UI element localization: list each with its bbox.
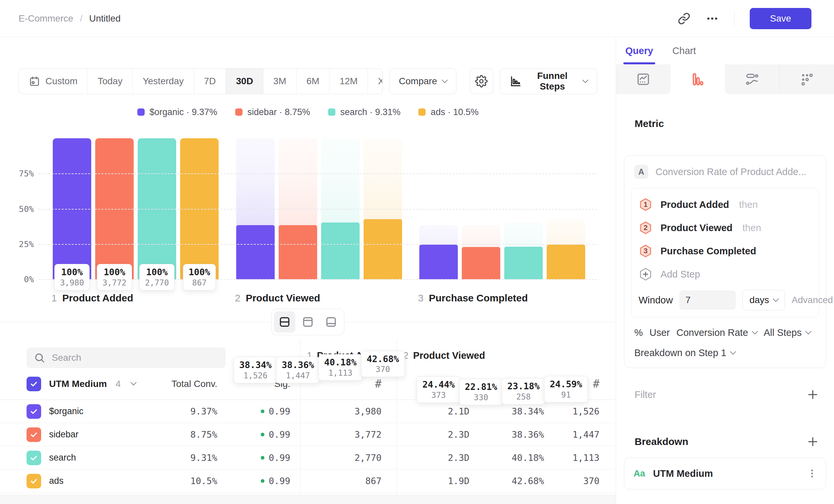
- legend-sidebar[interactable]: sidebar · 8.75%: [235, 107, 310, 117]
- counting-entity[interactable]: User: [650, 327, 670, 338]
- tab-retention[interactable]: [779, 64, 834, 94]
- chevron-down-icon: [773, 296, 779, 302]
- chevron-down-icon: [806, 328, 811, 334]
- step2-conv-rate: 42.68%: [478, 476, 552, 486]
- table-footer-strip: [0, 495, 616, 504]
- significance-value: 0.99: [269, 476, 290, 486]
- row-checkbox[interactable]: [26, 451, 41, 465]
- tab-insights[interactable]: [616, 64, 671, 94]
- chart-type-selector[interactable]: Funnel Steps: [500, 68, 597, 94]
- col-total-conv[interactable]: Total Conv.: [156, 379, 217, 389]
- y-axis-tick: 25%: [19, 239, 34, 249]
- total-conv-value: 9.31%: [156, 453, 217, 463]
- query-step-3[interactable]: 3Purchase Completed: [639, 239, 811, 262]
- range-12m[interactable]: 12M: [330, 69, 368, 94]
- row-label: sidebar: [49, 429, 79, 440]
- steps-scope-dropdown[interactable]: All Steps: [764, 327, 810, 338]
- range-3m[interactable]: 3M: [263, 69, 297, 94]
- total-conv-value: 10.5%: [156, 476, 217, 486]
- breakdown-item[interactable]: Aa UTM Medium: [624, 458, 826, 489]
- step-axis-label-1: 1Product Added: [51, 293, 133, 304]
- breadcrumb-project[interactable]: E-Commerce: [19, 13, 73, 24]
- range-today[interactable]: Today: [88, 69, 133, 94]
- legend-organic[interactable]: $organic · 9.37%: [137, 107, 217, 117]
- breadcrumb-current[interactable]: Untitled: [89, 13, 121, 24]
- save-button[interactable]: Save: [750, 8, 811, 29]
- tab-chart[interactable]: Chart: [673, 37, 696, 64]
- step2-conv-rate: 38.34%: [478, 406, 552, 416]
- table-row-ads[interactable]: ads10.5%0.998671.9D42.68%370: [0, 469, 616, 493]
- range-custom[interactable]: Custom: [19, 69, 88, 94]
- add-filter-button[interactable]: [807, 389, 819, 400]
- breakdown-on-step-dropdown[interactable]: Breakdown on Step 1: [634, 347, 816, 359]
- share-link-button[interactable]: [678, 12, 690, 25]
- step2-avg-time: 2.3D: [403, 453, 478, 463]
- legend-swatch: [137, 109, 145, 116]
- total-conv-value: 9.37%: [156, 406, 217, 416]
- row-checkbox[interactable]: [26, 474, 41, 488]
- tab-query[interactable]: Query: [626, 37, 653, 64]
- step-axis-label-3: 3Purchase Completed: [418, 293, 528, 304]
- window-label: Window: [639, 295, 673, 306]
- breakdown-item-label: UTM Medium: [653, 468, 713, 479]
- add-breakdown-button[interactable]: [807, 436, 819, 448]
- compare-button[interactable]: Compare: [389, 68, 456, 94]
- search-input[interactable]: [51, 352, 218, 363]
- count-column-icon[interactable]: #: [375, 377, 381, 390]
- table-rows: $organic9.37%0.993,9802.1D38.34%1,526sid…: [0, 400, 616, 493]
- table-row-search[interactable]: search9.31%0.992,7702.3D40.18%1,113: [0, 446, 616, 469]
- breakdown-item-menu-button[interactable]: [805, 467, 820, 479]
- chevron-down-icon: [130, 379, 136, 385]
- step-conjunction: then: [742, 223, 761, 233]
- add-step-button[interactable]: Add Step: [639, 262, 811, 286]
- tab-funnels[interactable]: [671, 64, 725, 94]
- table-search[interactable]: [26, 347, 225, 368]
- bar-fill: [279, 225, 317, 279]
- legend-ads[interactable]: ads · 10.5%: [418, 107, 478, 117]
- funnel-steps-card: 1Product Addedthen2Product Viewedthen3Pu…: [631, 188, 819, 317]
- row-label: $organic: [49, 406, 84, 416]
- tab-flows[interactable]: [725, 64, 779, 94]
- bar-value-label: 42.68%370: [361, 351, 405, 377]
- select-all-checkbox[interactable]: [26, 377, 41, 391]
- formula-letter-badge: A: [634, 165, 648, 179]
- bar-value-label: 23.18%258: [502, 378, 545, 405]
- legend-label: $organic · 9.37%: [150, 107, 217, 117]
- table-row-sidebar[interactable]: sidebar8.75%0.993,7722.3D38.36%1,447: [0, 423, 616, 446]
- query-step-1[interactable]: 1Product Addedthen: [639, 193, 811, 216]
- metric-card: A Conversion Rate of Product Adde... 1Pr…: [624, 155, 826, 368]
- range-30d[interactable]: 30D: [226, 69, 263, 94]
- step-number-hexagon-icon: 3: [639, 244, 653, 258]
- query-step-2[interactable]: 2Product Viewedthen: [639, 216, 811, 239]
- range-xtd[interactable]: XTD: [368, 69, 382, 94]
- range-yesterday[interactable]: Yesterday: [133, 69, 194, 94]
- step2-column-group: 2 Product Viewed: [403, 350, 485, 361]
- legend-swatch: [235, 109, 242, 116]
- chevron-down-icon: [582, 77, 588, 83]
- chart-settings-button[interactable]: [470, 68, 493, 94]
- step1-count: 867: [307, 476, 403, 486]
- more-menu-button[interactable]: [706, 12, 719, 25]
- window-value-input[interactable]: [679, 291, 736, 310]
- metric-formula[interactable]: A Conversion Rate of Product Adde...: [631, 163, 819, 181]
- step2-count: 1,113: [552, 453, 616, 463]
- row-checkbox[interactable]: [26, 428, 41, 442]
- significance-value: 0.99: [269, 429, 290, 440]
- advanced-toggle[interactable]: Advanced: [792, 295, 834, 305]
- legend-swatch: [418, 109, 425, 116]
- legend-search[interactable]: search · 9.31%: [328, 107, 401, 117]
- dimension-label[interactable]: UTM Medium: [49, 379, 107, 389]
- window-unit-dropdown[interactable]: days: [742, 290, 785, 311]
- measure-dropdown[interactable]: Conversion Rate: [676, 327, 757, 338]
- string-property-icon: Aa: [634, 468, 645, 479]
- range-6m[interactable]: 6M: [297, 69, 330, 94]
- row-checkbox[interactable]: [26, 404, 41, 419]
- step-event-label: Product Viewed: [660, 223, 732, 233]
- conversion-window-row: Window days Advanced: [639, 290, 811, 311]
- analysis-type-tabs: [616, 64, 834, 94]
- significance-value: 0.99: [269, 406, 290, 416]
- measurement-row: % User Conversion Rate All Steps: [634, 327, 816, 338]
- count-column-icon[interactable]: #: [593, 377, 599, 390]
- significance-value: 0.99: [269, 453, 290, 463]
- range-7d[interactable]: 7D: [194, 69, 226, 94]
